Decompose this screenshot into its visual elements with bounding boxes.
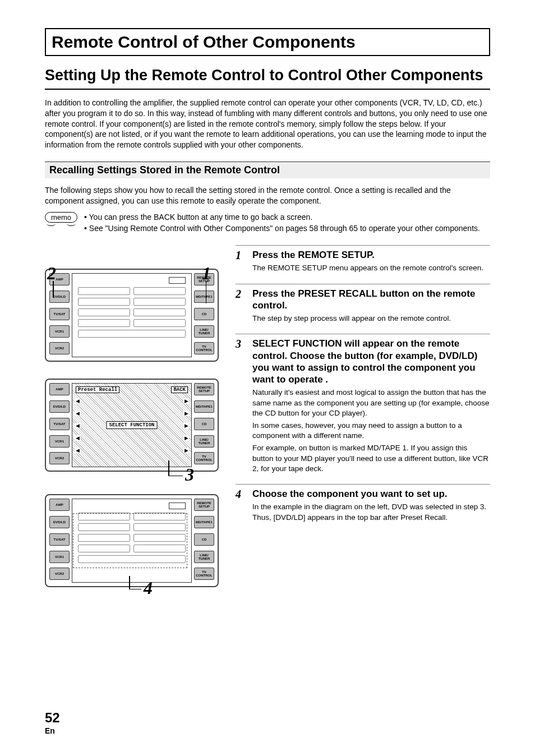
remote-screen [72, 273, 192, 357]
remote-screen-preset-recall: Preset Recall BACK SELECT FUNCTION ◀▶ ◀▶… [72, 383, 192, 467]
step-text: Naturally it's easiest and most logical … [252, 388, 490, 418]
recall-paragraph: The following steps show you how to reca… [45, 185, 490, 206]
screen-header-title: Preset Recall [76, 386, 119, 393]
remote-button-vcr1: VCR1 [49, 551, 70, 563]
remote-button-cd: CD [194, 418, 214, 430]
step-1: 1 Press the REMOTE SETUP. The REMOTE SET… [236, 245, 490, 275]
remote-button-vcr1: VCR1 [49, 325, 70, 338]
remote-button-dvd-ld: DVD/LD [49, 400, 70, 413]
step-text: The REMOTE SETUP menu appears on the rem… [252, 263, 490, 273]
remote-button-line-tuner: LINE/ TUNER [194, 325, 214, 338]
remote-button-tv-sat: TV/SAT [49, 308, 70, 320]
remote-button-md-tape1: MD/TAPE1 [194, 516, 214, 528]
screen-select-function: SELECT FUNCTION [106, 421, 157, 429]
remote-button-amp: AMP [49, 383, 70, 395]
sub-heading: Recalling Settings Stored in the Remote … [45, 162, 490, 178]
page-number-value: 52 [45, 710, 60, 726]
remote-button-line-tuner: LINE/ TUNER [194, 551, 214, 563]
step-number: 1 [236, 249, 247, 275]
remote-button-dvd-ld: DVD/LD [49, 516, 70, 528]
remote-button-tv-control: TV CONTROL [194, 568, 214, 580]
remote-button-tv-control: TV CONTROL [194, 452, 214, 464]
step-2: 2 Press the PRESET RECALL button on the … [236, 284, 490, 326]
remote-button-vcr2: VCR2 [49, 452, 70, 464]
callout-1: 1 [202, 263, 211, 284]
remote-button-vcr2: VCR2 [49, 568, 70, 580]
remote-button-amp: AMP [49, 499, 70, 511]
memo-item: See "Using Remote Control with Other Com… [84, 223, 480, 234]
remote-button-cd: CD [194, 533, 214, 546]
step-number: 3 [236, 338, 247, 476]
remote-button-line-tuner: LINE/ TUNER [194, 435, 214, 448]
memo-list: You can press the BACK button at any tim… [84, 212, 480, 234]
step-text: The step by step process will appear on … [252, 314, 490, 324]
remote-diagram-2: AMP Preset Recall BACK SELECT FUNCTION ◀… [45, 379, 219, 472]
remote-button-vcr2: VCR2 [49, 342, 70, 354]
page-number: 52 En [45, 710, 60, 736]
step-4: 4 Choose the component you want to set u… [236, 484, 490, 525]
remote-button-tv-sat: TV/SAT [49, 418, 70, 430]
remote-button-remote-setup: REMOTE SETUP [194, 499, 214, 511]
remote-diagram-3: AMP REMOTE SETUP DVD/LD MD/TAPE1 [45, 494, 219, 587]
remote-button-tv-sat: TV/SAT [49, 533, 70, 546]
intro-paragraph: In addition to controlling the amplifier… [45, 98, 490, 150]
memo-item: You can press the BACK button at any tim… [84, 212, 480, 223]
remote-button-remote-setup: REMOTE SETUP [194, 383, 214, 395]
memo-block: memo You can press the BACK button at an… [45, 212, 490, 234]
remote-button-tv-control: TV CONTROL [194, 342, 214, 354]
callout-3: 3 [185, 464, 194, 485]
step-number: 4 [236, 488, 247, 525]
remote-button-vcr1: VCR1 [49, 435, 70, 448]
page-language: En [45, 726, 55, 735]
callout-4: 4 [144, 578, 153, 598]
remote-diagram-2-wrap: AMP Preset Recall BACK SELECT FUNCTION ◀… [45, 379, 219, 472]
step-title: SELECT FUNCTION will appear on the remot… [252, 338, 490, 385]
callout-2: 2 [47, 263, 56, 284]
memo-badge: memo [45, 212, 77, 234]
remote-diagram-1-wrap: 2 1 AMP [45, 269, 219, 362]
step-title: Press the REMOTE SETUP. [252, 249, 490, 261]
step-text: In some cases, however, you may need to … [252, 421, 490, 441]
remote-diagram-3-wrap: AMP REMOTE SETUP DVD/LD MD/TAPE1 [45, 494, 219, 587]
step-3: 3 SELECT FUNCTION will appear on the rem… [236, 334, 490, 476]
step-text: In the example in the diagram on the lef… [252, 502, 490, 522]
screen-header-back: BACK [171, 386, 188, 393]
remote-diagram-1: AMP REMOTE SETUP DVD/LD MD/TAPE1 [45, 269, 219, 362]
remote-button-cd: CD [194, 308, 214, 320]
section-title: Setting Up the Remote Control to Control… [45, 66, 490, 90]
steps-column: 1 Press the REMOTE SETUP. The REMOTE SET… [236, 245, 490, 604]
step-text: For example, on button is marked MD/TAPE… [252, 443, 490, 474]
page-title: Remote Control of Other Components [45, 28, 490, 56]
step-title: Press the PRESET RECALL button on the re… [252, 288, 490, 312]
step-title: Choose the component you want to set up. [252, 488, 490, 500]
remote-button-md-tape1: MD/TAPE1 [194, 291, 214, 303]
remote-button-md-tape1: MD/TAPE1 [194, 400, 214, 413]
dashed-selection [73, 513, 187, 568]
step-number: 2 [236, 288, 247, 326]
